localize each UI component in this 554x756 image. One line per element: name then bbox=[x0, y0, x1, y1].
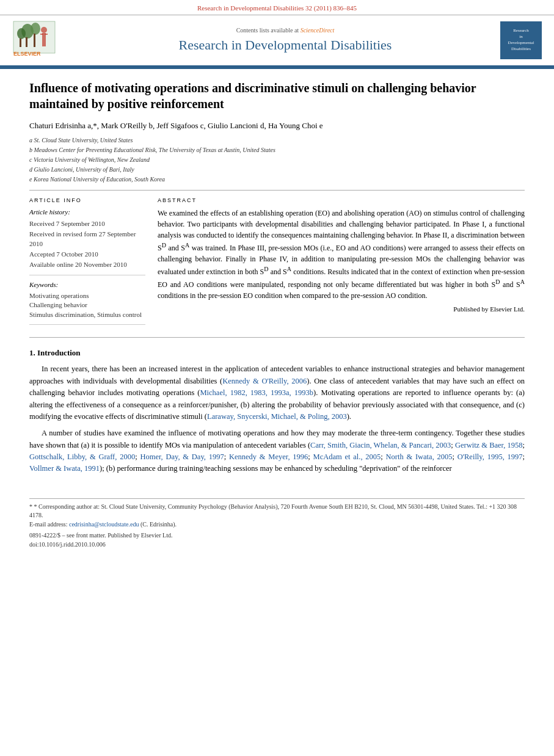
svg-rect-4 bbox=[26, 37, 27, 47]
intro-paragraph-2: A number of studies have examined the in… bbox=[29, 427, 525, 475]
sciencedirect-line: Contents lists available at ScienceDirec… bbox=[76, 26, 494, 35]
abstract-text: We examined the effects of an establishi… bbox=[158, 208, 525, 301]
corresponding-author-text: * Corresponding author at: St. Cloud Sta… bbox=[29, 503, 517, 519]
ref-kennedy-oreilly[interactable]: Kennedy & O'Reilly, 2006 bbox=[222, 377, 307, 385]
authors-text: Chaturi Edrisinha a,*, Mark O'Reilly b, … bbox=[29, 121, 323, 130]
affiliation-a: a St. Cloud State University, United Sta… bbox=[29, 136, 525, 145]
affiliation-e: e Korea National University of Education… bbox=[29, 175, 525, 184]
svg-rect-9 bbox=[40, 34, 43, 35]
two-column-section: ARTICLE INFO Article history: Received 7… bbox=[29, 197, 525, 330]
info-divider-2 bbox=[29, 324, 145, 325]
journal-citation-text: Research in Developmental Disabilities 3… bbox=[197, 4, 357, 12]
section-number: 1. bbox=[29, 348, 35, 357]
journal-header: ELSEVIER Contents lists available at Sci… bbox=[0, 15, 554, 66]
ref-laraway[interactable]: Laraway, Snycerski, Michael, & Poling, 2… bbox=[207, 412, 347, 421]
journal-citation-bar: Research in Developmental Disabilities 3… bbox=[0, 0, 554, 15]
journal-title: Research in Developmental Disabilities bbox=[76, 36, 494, 55]
contents-text: Contents lists available at bbox=[236, 27, 301, 34]
svg-point-2 bbox=[31, 23, 40, 35]
history-label: Article history: bbox=[29, 208, 145, 217]
svg-rect-10 bbox=[45, 34, 48, 35]
ref-mcadam[interactable]: McAdam et al., 2005 bbox=[313, 453, 381, 461]
elsevier-logo: ELSEVIER bbox=[12, 20, 70, 60]
svg-rect-11 bbox=[42, 40, 44, 46]
published-by: Published by Elsevier Ltd. bbox=[158, 305, 525, 314]
abstract-header: ABSTRACT bbox=[158, 197, 525, 205]
authors-line: Chaturi Edrisinha a,*, Mark O'Reilly b, … bbox=[29, 120, 525, 131]
svg-rect-6 bbox=[20, 38, 21, 47]
received-date: Received 7 September 2010 bbox=[29, 219, 145, 228]
intro-paragraph-1: In recent years, there has been an incre… bbox=[29, 363, 525, 423]
journal-badge: ResearchinDevelopmentalDisabilities bbox=[500, 21, 542, 59]
footnote-section: * * Corresponding author at: St. Cloud S… bbox=[0, 503, 554, 550]
svg-text:ELSEVIER: ELSEVIER bbox=[13, 51, 41, 57]
affiliation-c: c Victoria University of Wellington, New… bbox=[29, 156, 525, 164]
section-title: Introduction bbox=[37, 348, 81, 357]
ref-vollmer[interactable]: Vollmer & Iwata, 1991 bbox=[29, 464, 100, 473]
accepted-date: Accepted 7 October 2010 bbox=[29, 250, 145, 259]
footnote-email: E-mail address: cedrisinha@stcloudstate.… bbox=[29, 520, 525, 529]
email-link[interactable]: cedrisinha@stcloudstate.edu bbox=[69, 521, 139, 528]
footnote-doi: doi:10.1016/j.ridd.2010.10.006 bbox=[29, 540, 525, 550]
info-divider bbox=[29, 275, 145, 275]
abstract-column: ABSTRACT We examined the effects of an e… bbox=[158, 197, 525, 330]
ref-gerwitz[interactable]: Gerwitz & Baer, 1958 bbox=[455, 441, 523, 449]
introduction-heading: 1. Introduction bbox=[29, 347, 525, 358]
ref-homer[interactable]: Homer, Day, & Day, 1997 bbox=[140, 453, 224, 461]
article-info-header: ARTICLE INFO bbox=[29, 197, 145, 205]
affiliation-b: b Meadows Center for Preventing Educatio… bbox=[29, 146, 525, 154]
ref-north[interactable]: North & Iwata, 2005 bbox=[386, 453, 453, 461]
ref-kennedy-meyer[interactable]: Kennedy & Meyer, 1996 bbox=[229, 453, 308, 461]
revised-date: Received in revised form 27 September 20… bbox=[29, 230, 145, 249]
header-center: Contents lists available at ScienceDirec… bbox=[76, 26, 494, 55]
article-content: Influence of motivating operations and d… bbox=[0, 69, 554, 492]
footnote-issn: 0891-4222/$ – see front matter. Publishe… bbox=[29, 531, 525, 540]
ref-michael[interactable]: Michael, 1982, 1983, 1993a, 1993b bbox=[200, 388, 313, 397]
section-divider-2 bbox=[29, 337, 525, 338]
footnote-star-note: * * Corresponding author at: St. Cloud S… bbox=[29, 503, 525, 520]
footer-divider bbox=[29, 498, 525, 499]
keyword-1: Motivating operations bbox=[29, 291, 145, 300]
badge-text: ResearchinDevelopmentalDisabilities bbox=[508, 28, 534, 52]
online-date: Available online 20 November 2010 bbox=[29, 260, 145, 269]
article-title: Influence of motivating operations and d… bbox=[29, 80, 525, 112]
sciencedirect-link[interactable]: ScienceDirect bbox=[301, 27, 335, 34]
keyword-3: Stimulus discrimination, Stimulus contro… bbox=[29, 310, 145, 319]
affiliation-d: d Giulio Lancioni, University of Bari, I… bbox=[29, 165, 525, 174]
svg-rect-5 bbox=[34, 34, 35, 47]
footnote-star: * bbox=[29, 503, 32, 510]
article-info-column: ARTICLE INFO Article history: Received 7… bbox=[29, 197, 145, 330]
section-divider-1 bbox=[29, 190, 525, 191]
affiliations: a St. Cloud State University, United Sta… bbox=[29, 136, 525, 184]
keywords-label: Keywords: bbox=[29, 280, 145, 289]
svg-point-7 bbox=[41, 27, 47, 33]
svg-point-3 bbox=[17, 28, 26, 39]
keyword-2: Challenging behavior bbox=[29, 300, 145, 310]
ref-oreilly[interactable]: O'Reilly, 1995, 1997 bbox=[457, 453, 523, 461]
ref-carr[interactable]: Carr, Smith, Giacin, Whelan, & Pancari, … bbox=[310, 441, 451, 449]
page: Research in Developmental Disabilities 3… bbox=[0, 0, 554, 756]
ref-gottschalk[interactable]: Gottschalk, Libby, & Graff, 2000 bbox=[29, 453, 135, 461]
email-label: E-mail address: bbox=[29, 521, 67, 528]
svg-rect-12 bbox=[44, 40, 46, 46]
email-suffix: (C. Edrisinha). bbox=[139, 521, 177, 528]
